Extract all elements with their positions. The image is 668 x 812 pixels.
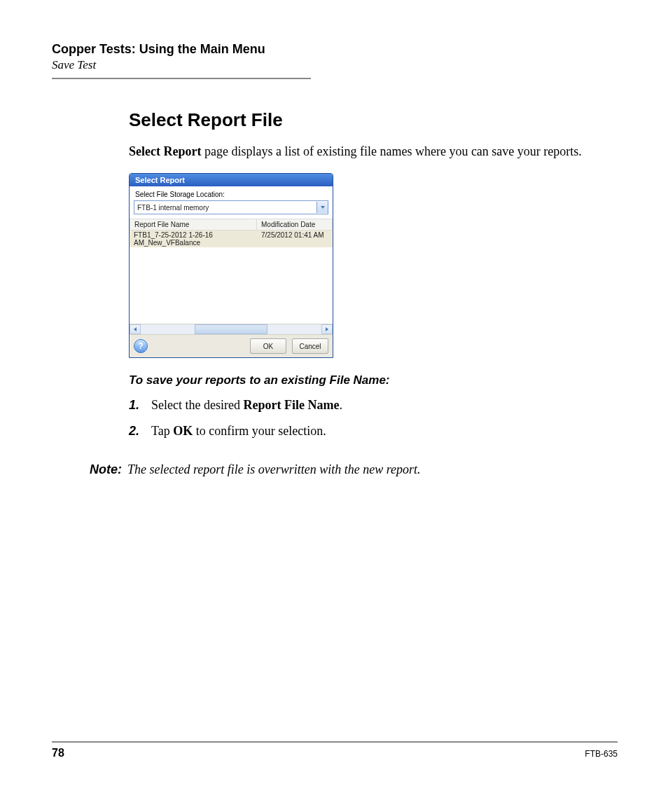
scroll-thumb[interactable] [195, 324, 267, 334]
col-date[interactable]: Modification Date [257, 219, 333, 230]
step-text: Tap OK to confirm your selection. [151, 422, 619, 441]
intro-paragraph: Select Report page displays a list of ex… [129, 142, 619, 160]
dropdown-button[interactable] [316, 202, 328, 213]
storage-value: FTB-1 internal memory [137, 204, 209, 212]
help-icon: ? [138, 341, 143, 351]
intro-rest: page displays a list of existing file na… [201, 144, 581, 158]
header-rule [52, 78, 311, 79]
footer-row: 78 FTB-635 [52, 747, 618, 759]
dialog-footer: ? OK Cancel [130, 334, 333, 357]
cell-date: 7/25/2012 01:41 AM [257, 230, 333, 247]
step-1: 1. Select the desired Report File Name. [129, 396, 619, 415]
list-empty-area [130, 247, 333, 324]
dialog-body: Select File Storage Location: FTB-1 inte… [130, 186, 333, 357]
manual-page: Copper Tests: Using the Main Menu Save T… [0, 0, 668, 812]
list-row[interactable]: FTB1_7-25-2012 1-26-16 AM_New_VFBalance … [130, 230, 333, 247]
storage-select[interactable]: FTB-1 internal memory [134, 200, 328, 214]
page-footer: 78 FTB-635 [52, 741, 618, 759]
chapter-title: Copper Tests: Using the Main Menu [52, 42, 618, 57]
help-button[interactable]: ? [134, 339, 148, 353]
horizontal-scrollbar[interactable] [130, 324, 333, 334]
storage-select-row: FTB-1 internal memory [130, 200, 333, 219]
section-heading: Select Report File [129, 109, 619, 131]
chevron-left-icon [134, 327, 137, 331]
chevron-down-icon [321, 206, 325, 209]
footer-rule [52, 741, 618, 743]
list-header: Report File Name Modification Date [130, 219, 333, 230]
step-number: 2. [129, 422, 151, 441]
note-block: Note: The selected report file is overwr… [73, 462, 619, 477]
model-number: FTB-635 [585, 749, 618, 759]
scroll-left-button[interactable] [130, 324, 141, 334]
subchapter-title: Save Test [52, 58, 618, 72]
storage-label: Select File Storage Location: [130, 186, 333, 200]
file-list: Report File Name Modification Date FTB1_… [130, 219, 333, 334]
ok-button[interactable]: OK [250, 338, 286, 354]
note-label: Note: [73, 462, 127, 477]
step-text: Select the desired Report File Name. [151, 396, 619, 415]
scroll-right-button[interactable] [321, 324, 333, 334]
step-list: 1. Select the desired Report File Name. … [129, 396, 619, 441]
note-text: The selected report file is overwritten … [127, 462, 619, 477]
chevron-right-icon [326, 327, 328, 331]
instructions-heading: To save your reports to an existing File… [129, 373, 619, 387]
intro-bold: Select Report [129, 144, 201, 158]
scroll-track[interactable] [141, 324, 321, 334]
cancel-button[interactable]: Cancel [292, 338, 328, 354]
dialog-titlebar: Select Report [130, 174, 333, 186]
page-header: Copper Tests: Using the Main Menu Save T… [52, 42, 618, 85]
page-number: 78 [52, 747, 64, 759]
step-number: 1. [129, 396, 151, 415]
step-2: 2. Tap OK to confirm your selection. [129, 422, 619, 441]
select-report-dialog: Select Report Select File Storage Locati… [129, 173, 333, 358]
col-filename[interactable]: Report File Name [130, 219, 257, 230]
cell-filename: FTB1_7-25-2012 1-26-16 AM_New_VFBalance [130, 230, 257, 247]
content-area: Select Report File Select Report page di… [129, 109, 619, 456]
